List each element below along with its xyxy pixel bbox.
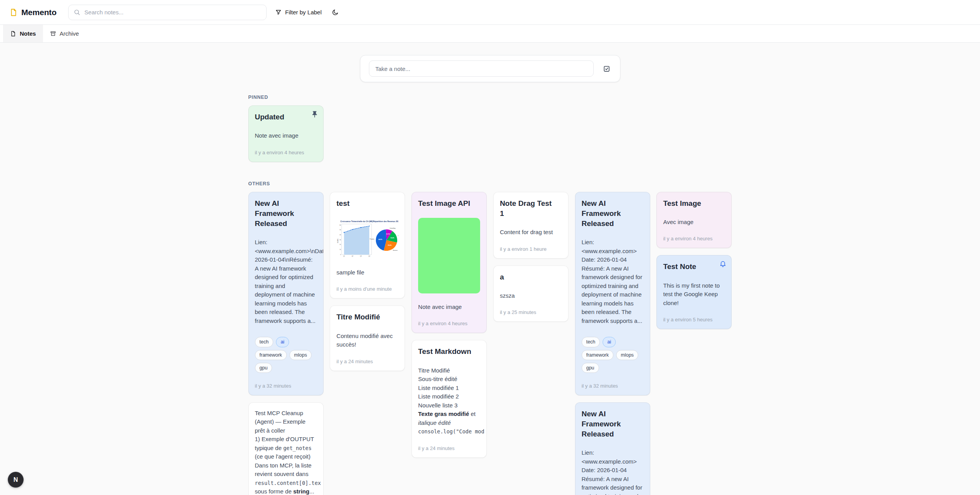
note-timestamp: il y a environ 4 heures: [663, 236, 725, 241]
filter-by-label-text: Filter by Label: [285, 9, 322, 16]
svg-text:Q2: Q2: [352, 255, 353, 257]
note-body: sample file: [336, 268, 398, 277]
new-checklist-button[interactable]: [599, 61, 615, 76]
note-body: Lien: <www.example.com> Date: 2026-01-04…: [582, 238, 644, 325]
note-card[interactable]: Test NoteThis is my first note to test t…: [656, 255, 732, 329]
note-card[interactable]: New AI Framework ReleasedLien: <www.exam…: [575, 192, 650, 395]
note-file-icon: [10, 31, 16, 37]
svg-text:Produits: Produits: [370, 238, 375, 240]
label-chip[interactable]: ai: [603, 337, 616, 347]
label-chip[interactable]: tech: [582, 337, 600, 347]
note-body: Lien: <www.example.com>\nDate: 2026-01-0…: [255, 238, 317, 325]
app-header: Memento Filter by Label: [0, 0, 980, 25]
note-timestamp: il y a environ 4 heures: [418, 321, 480, 326]
grid-column: New AI Framework ReleasedLien: <www.exam…: [248, 192, 324, 495]
view-tabs: Notes Archive: [0, 25, 980, 43]
app-title: Memento: [21, 8, 57, 17]
note-body: Titre Modifié Sous-titre édité Liste mod…: [418, 366, 480, 436]
search-input[interactable]: [84, 9, 261, 16]
label-chip[interactable]: framework: [255, 350, 287, 360]
note-image-charts: Croissance Trimestrielle du CA (M€)01020…: [336, 218, 398, 260]
label-chip[interactable]: mlops: [616, 350, 638, 360]
svg-text:40: 40: [340, 234, 341, 236]
note-body: szsza: [500, 291, 562, 300]
note-card[interactable]: aszszail y a 25 minutes: [493, 266, 568, 322]
note-body: Note avec image: [255, 131, 317, 140]
note-labels: techaiframeworkmlopsgpu: [255, 337, 317, 373]
search-icon: [74, 9, 80, 16]
note-timestamp: il y a 24 minutes: [336, 359, 398, 364]
note-composer: [360, 55, 620, 82]
note-title: test: [336, 198, 398, 209]
notes-board: PINNED UpdatedNote avec imageil y a envi…: [248, 95, 732, 495]
tab-notes-label: Notes: [20, 30, 36, 37]
search-box[interactable]: [68, 5, 267, 20]
grid-column: Test ImageAvec imageil y a environ 4 heu…: [656, 192, 732, 329]
pinned-section-label: PINNED: [248, 95, 732, 100]
label-chip[interactable]: tech: [255, 337, 274, 347]
check-square-icon: [603, 65, 610, 72]
pin-icon[interactable]: [311, 110, 319, 118]
svg-text:20: 20: [340, 244, 341, 245]
label-chip[interactable]: gpu: [255, 363, 272, 373]
note-card[interactable]: Test Image APINote avec imageil y a envi…: [412, 192, 487, 333]
svg-text:10.3%: 10.3%: [386, 233, 390, 235]
note-card[interactable]: Test ImageAvec imageil y a environ 4 heu…: [656, 192, 732, 248]
label-chip[interactable]: mlops: [289, 350, 312, 360]
note-title: New AI Framework Released: [255, 198, 317, 229]
note-title: Test Image API: [418, 198, 480, 209]
svg-text:60: 60: [340, 224, 341, 226]
note-card[interactable]: Note Drag Test 1Content for drag testil …: [493, 192, 568, 259]
grid-column: testCroissance Trimestrielle du CA (M€)0…: [330, 192, 405, 371]
label-chip[interactable]: ai: [276, 337, 289, 347]
note-title: Test Image: [663, 198, 725, 209]
note-timestamp: il y a moins d'une minute: [336, 286, 398, 292]
note-timestamp: il y a 32 minutes: [582, 383, 644, 389]
note-title: Test Markdown: [418, 347, 480, 357]
svg-text:Croissance Trimestrielle du CA: Croissance Trimestrielle du CA (M€): [341, 221, 373, 222]
note-card[interactable]: Titre ModifiéContenu modifié avec succès…: [330, 305, 405, 371]
note-card[interactable]: UpdatedNote avec imageil y a environ 4 h…: [248, 105, 324, 162]
note-title: Titre Modifié: [336, 312, 398, 322]
note-card[interactable]: Test MarkdownTitre Modifié Sous-titre éd…: [412, 340, 487, 457]
note-title: a: [500, 272, 562, 282]
svg-text:19.4%: 19.4%: [391, 237, 394, 239]
svg-text:Q3: Q3: [360, 255, 362, 257]
note-timestamp: il y a 25 minutes: [500, 309, 562, 315]
note-body: Avec image: [663, 218, 725, 227]
note-title: Note Drag Test 1: [500, 198, 562, 219]
note-card[interactable]: New AI Framework ReleasedLien: <www.exam…: [248, 192, 324, 395]
avatar[interactable]: N: [8, 472, 23, 487]
note-body: Lien: <www.example.com> Date: 2026-01-04…: [582, 448, 644, 495]
svg-text:25.4%: 25.4%: [388, 245, 392, 246]
note-timestamp: il y a 32 minutes: [255, 383, 317, 389]
take-a-note-input[interactable]: [369, 60, 594, 77]
svg-text:Répartition des Revenus 2024: Répartition des Revenus 2024: [373, 221, 399, 222]
filter-by-label-button[interactable]: Filter by Label: [275, 9, 322, 16]
svg-text:Q4: Q4: [369, 255, 370, 257]
note-timestamp: il y a environ 5 heures: [663, 317, 725, 323]
tab-notes[interactable]: Notes: [3, 25, 43, 42]
svg-text:Q1: Q1: [343, 255, 345, 257]
svg-text:10: 10: [340, 249, 341, 250]
notes-grid: New AI Framework ReleasedLien: <www.exam…: [248, 192, 732, 495]
note-image-green: [418, 218, 480, 293]
tab-archive[interactable]: Archive: [43, 25, 86, 42]
note-timestamp: il y a environ 1 heure: [500, 246, 562, 252]
svg-text:50: 50: [340, 229, 341, 231]
svg-text:44.9%: 44.9%: [379, 239, 382, 240]
reminder-bell-icon[interactable]: [719, 260, 727, 267]
tab-archive-label: Archive: [60, 30, 79, 37]
label-chip[interactable]: framework: [582, 350, 613, 360]
app-brand: Memento: [9, 8, 57, 17]
others-section-label: OTHERS: [248, 181, 732, 186]
note-card[interactable]: Test MCP Cleanup (Agent) — Exemple prêt …: [248, 402, 324, 495]
svg-text:CA (M€): CA (M€): [337, 239, 339, 243]
note-card[interactable]: testCroissance Trimestrielle du CA (M€)0…: [330, 192, 405, 299]
note-card[interactable]: New AI Framework ReleasedLien: <www.exam…: [575, 402, 650, 495]
note-labels: techaiframeworkmlopsgpu: [582, 337, 644, 373]
label-chip[interactable]: gpu: [582, 363, 599, 373]
dark-mode-toggle[interactable]: [332, 9, 339, 16]
note-body: Contenu modifié avec succès!: [336, 332, 398, 349]
grid-column: Test Image APINote avec imageil y a envi…: [412, 192, 487, 458]
